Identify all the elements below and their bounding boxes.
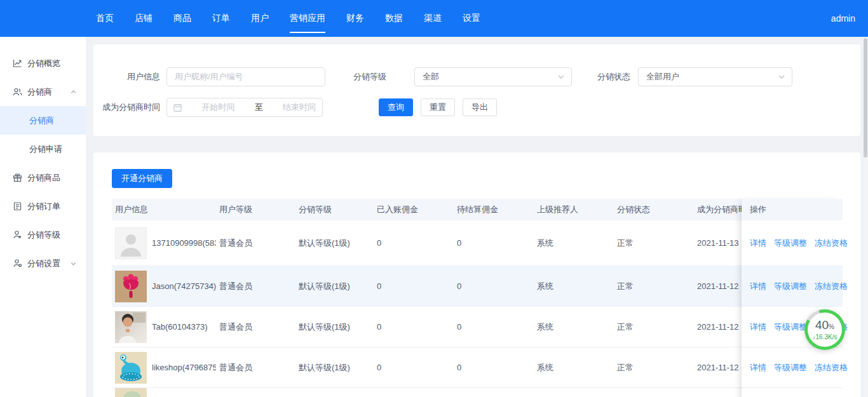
- nav-item-4[interactable]: 订单: [212, 0, 230, 37]
- nav-item-1[interactable]: 首页: [96, 0, 114, 37]
- sidebar-item-分销商品[interactable]: 分销商品: [0, 163, 86, 192]
- freeze-link[interactable]: 冻结资格: [815, 362, 848, 373]
- sidebar-item-分销等级[interactable]: 分销等级: [0, 220, 86, 249]
- table-row[interactable]: Jason(74275734)普通会员默认等级(1级)00系统正常2021-11…: [112, 266, 843, 307]
- level-adjust-link[interactable]: 等级调整: [774, 281, 807, 292]
- chevron-down-icon: [70, 260, 77, 267]
- user-level-cell: 普通会员: [216, 321, 295, 333]
- user-name: 13710909998(58336707): [152, 236, 215, 250]
- sidebar-subitem-分销商[interactable]: 分销商: [0, 106, 86, 135]
- progress-ring: 40% ↓16.3K/s: [804, 309, 845, 350]
- sidebar-subitem-分销申请[interactable]: 分销申请: [0, 135, 86, 163]
- main-nav: 首页店铺商品订单用户营销应用财务数据渠道设置: [0, 0, 480, 37]
- column-header-用户等级: 用户等级: [216, 204, 295, 215]
- table-row[interactable]: Tab(60104373)普通会员默认等级(1级)00系统正常2021-11-1…: [112, 307, 843, 347]
- become-time-label: 成为分销商时间: [93, 102, 166, 113]
- table-row[interactable]: 13710909998(58336707)普通会员默认等级(1级)00系统正常2…: [112, 220, 843, 266]
- admin-dashboard: 首页店铺商品订单用户营销应用财务数据渠道设置 admin 分销概览分销商分销商分…: [0, 0, 868, 397]
- sidebar-item-label: 分销设置: [27, 258, 60, 269]
- sidebar-item-分销订单[interactable]: 分销订单: [0, 192, 86, 220]
- table-row[interactable]: likeshop(47968757)普通会员默认等级(1级)00系统正常2021…: [112, 347, 843, 388]
- referrer-cell: 系统: [534, 362, 614, 373]
- user-name: Tab(60104373): [152, 320, 215, 333]
- freeze-link[interactable]: 冻结资格: [815, 238, 848, 249]
- column-header-待结算佣金: 待结算佣金: [454, 204, 534, 215]
- detail-link[interactable]: 详情: [750, 321, 766, 333]
- status-cell: 正常: [614, 281, 694, 292]
- dist-level-cell: 默认等级(1级): [295, 238, 374, 249]
- level-adjust-link[interactable]: 等级调整: [774, 321, 807, 333]
- user-info-input[interactable]: 用户昵称/用户编号: [166, 67, 325, 86]
- user-info-placeholder: 用户昵称/用户编号: [175, 71, 243, 83]
- progress-percent: 40%: [815, 319, 834, 333]
- level-select-value: 全部: [423, 71, 439, 83]
- user-settings-icon: [13, 259, 22, 268]
- download-progress-overlay: 40% ↓16.3K/s: [804, 309, 845, 350]
- table-panel: 开通分销商 用户信息用户等级分销等级已入账佣金待结算佣金上级推荐人分销状态成为分…: [93, 152, 860, 397]
- level-label: 分销等级: [353, 71, 386, 83]
- status-label: 分销状态: [597, 71, 630, 83]
- column-header-上级推荐人: 上级推荐人: [534, 204, 614, 215]
- status-cell: 正常: [614, 321, 694, 333]
- reset-button[interactable]: 重置: [421, 98, 455, 116]
- user-level-icon: [13, 230, 22, 239]
- action-cell: 详情等级调整冻结资格: [742, 347, 843, 388]
- table-body: 13710909998(58336707)普通会员默认等级(1级)00系统正常2…: [112, 220, 843, 397]
- level-adjust-link[interactable]: 等级调整: [774, 362, 807, 373]
- table-row[interactable]: [112, 388, 843, 397]
- column-header-用户信息: 用户信息: [112, 204, 216, 215]
- freeze-link[interactable]: 冻结资格: [815, 281, 848, 292]
- level-select[interactable]: 全部: [414, 67, 572, 86]
- sidebar-item-分销商[interactable]: 分销商: [0, 77, 86, 106]
- user-info-cell: Tab(60104373): [112, 311, 216, 343]
- status-select-value: 全部用户: [646, 71, 679, 83]
- tan-partial-avatar: [115, 388, 147, 397]
- action-cell: [742, 388, 843, 397]
- detail-link[interactable]: 详情: [750, 362, 766, 373]
- search-button[interactable]: 查询: [379, 98, 413, 116]
- status-cell: 正常: [614, 362, 694, 373]
- column-header-已入账佣金: 已入账佣金: [374, 204, 454, 215]
- filter-row-2: 成为分销商时间 开始时间 至 结束时间 查询 重置 导出: [93, 98, 860, 117]
- user-level-cell: 普通会员: [216, 281, 295, 292]
- nav-item-9[interactable]: 渠道: [424, 0, 442, 37]
- dist-level-cell: 默认等级(1级): [295, 281, 374, 292]
- sidebar-item-分销设置[interactable]: 分销设置: [0, 249, 86, 278]
- detail-link[interactable]: 详情: [750, 238, 766, 249]
- user-info-cell: Jason(74275734): [112, 271, 216, 302]
- nav-item-7[interactable]: 财务: [346, 0, 364, 37]
- order-icon: [13, 201, 22, 211]
- nav-item-5[interactable]: 用户: [251, 0, 269, 37]
- action-cell: 详情等级调整冻结资格: [742, 266, 843, 307]
- nav-item-2[interactable]: 店铺: [135, 0, 153, 37]
- level-adjust-link[interactable]: 等级调整: [774, 238, 807, 249]
- nav-item-10[interactable]: 设置: [463, 0, 480, 37]
- dist-level-cell: 默认等级(1级): [295, 362, 374, 373]
- nav-item-6[interactable]: 营销应用: [290, 0, 325, 37]
- user-info-cell: [112, 388, 216, 397]
- user-info-label: 用户信息: [93, 71, 166, 83]
- scrollbar-thumb[interactable]: [864, 38, 867, 158]
- settled-commission-cell: 0: [374, 322, 454, 332]
- date-range-input[interactable]: 开始时间 至 结束时间: [166, 98, 323, 117]
- user-level-cell: 普通会员: [216, 362, 295, 373]
- pending-commission-cell: 0: [454, 281, 534, 291]
- nav-item-8[interactable]: 数据: [385, 0, 403, 37]
- admin-user-menu[interactable]: admin: [831, 13, 868, 24]
- settled-commission-cell: 0: [374, 363, 454, 372]
- chevron-up-icon: [70, 88, 77, 95]
- end-time-placeholder: 结束时间: [283, 102, 316, 113]
- sidebar-item-分销概览[interactable]: 分销概览: [0, 49, 86, 77]
- person-placeholder-avatar: [115, 227, 147, 259]
- open-distributor-button[interactable]: 开通分销商: [112, 169, 172, 188]
- distributor-table: 用户信息用户等级分销等级已入账佣金待结算佣金上级推荐人分销状态成为分销商时间 1…: [112, 199, 843, 397]
- chevron-down-icon: [778, 73, 785, 81]
- nav-item-3[interactable]: 商品: [173, 0, 191, 37]
- date-range-separator: 至: [255, 102, 263, 113]
- page-scrollbar[interactable]: [863, 37, 868, 397]
- sidebar: 分销概览分销商分销商分销申请分销商品分销订单分销等级分销设置: [0, 37, 86, 397]
- octopus-avatar: [115, 352, 147, 384]
- status-select[interactable]: 全部用户: [638, 67, 792, 86]
- detail-link[interactable]: 详情: [750, 281, 766, 292]
- export-button[interactable]: 导出: [463, 98, 497, 116]
